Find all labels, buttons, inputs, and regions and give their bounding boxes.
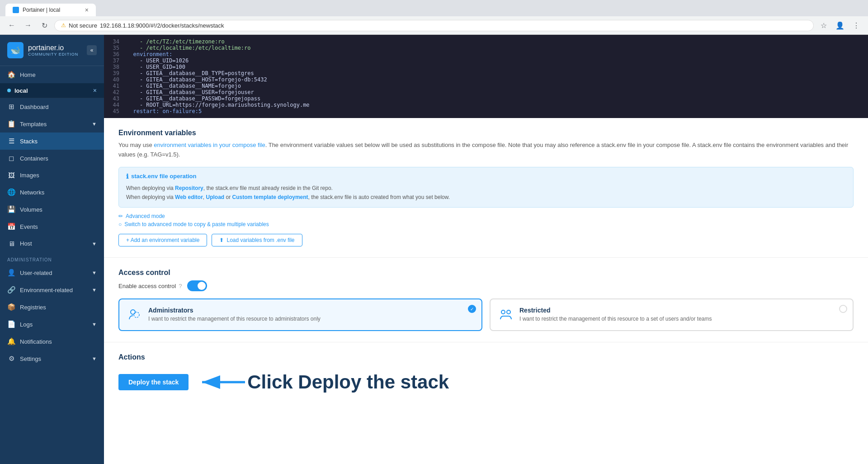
svg-point-2 [134,312,139,317]
env-vars-description: You may use environment variables in you… [118,141,854,160]
sidebar-item-label: Networks [20,189,44,196]
add-env-var-button[interactable]: + Add an environment variable [118,234,207,246]
sidebar-item-host[interactable]: 🖥 Host ▼ [0,235,104,252]
images-icon: 🖼 [7,171,15,179]
sidebar-item-settings[interactable]: ⚙ Settings ▼ [0,350,104,367]
admin-radio[interactable] [468,305,476,313]
close-tab-icon[interactable]: × [85,6,89,14]
address-bar[interactable]: ⚠ Not secure 192.168.1.18:9000/#!/2/dock… [54,20,814,31]
containers-icon: ◻ [7,154,15,162]
sidebar-item-environment-related[interactable]: 🔗 Environment-related ▼ [0,281,104,298]
security-label: Not secure [69,22,97,29]
logs-icon: 📄 [7,320,15,328]
sidebar-item-label: Notifications [20,338,52,345]
security-icon: ⚠ [61,22,66,28]
sidebar-item-dashboard[interactable]: ⊞ Dashboard [0,98,104,115]
access-control-section: Access control Enable access control ? [104,258,868,342]
info-box-title: ℹ stack.env file operation [126,173,846,180]
info-circle-icon: ○ [118,221,122,227]
code-line: 34 - /etc/TZ:/etc/timezone:ro [104,38,868,45]
sidebar-item-label: Dashboard [20,104,49,110]
menu-button[interactable]: ⋮ [850,19,863,32]
env-vars-link[interactable]: environment variables in your compose fi… [154,142,265,148]
arrow-annotation [193,369,247,396]
sidebar-item-label: Environment-related [20,287,73,294]
restricted-card-title: Restricted [519,307,712,314]
notifications-icon: 🔔 [7,337,15,346]
sidebar: 🐋 portainer.io COMMUNITY EDITION « 🏠 Hom… [0,35,104,464]
actions-section: Actions Deploy the stack Click Deploy th… [104,342,868,407]
upload-icon: ⬆ [219,237,224,243]
dashboard-icon: ⊞ [7,103,15,111]
forward-button[interactable]: → [22,19,34,32]
info-icon: ℹ [126,173,128,180]
toggle-row: Enable access control ? [118,280,854,291]
access-card-restricted[interactable]: Restricted I want to restrict the manage… [490,298,854,331]
enable-access-control-toggle[interactable] [187,280,207,291]
edit-icon: ✏ [118,213,123,219]
access-card-administrators[interactable]: Administrators I want to restrict the ma… [118,298,482,331]
sidebar-item-templates[interactable]: 📋 Templates ▼ [0,115,104,133]
sidebar-item-label: Settings [20,355,41,362]
env-name: local [14,87,28,94]
logo-text-block: portainer.io COMMUNITY EDITION [28,44,78,57]
back-button[interactable]: ← [5,19,18,32]
chevron-down-icon: ▼ [92,270,97,275]
advanced-mode-label: Advanced mode [126,213,165,219]
sidebar-logo: 🐋 portainer.io COMMUNITY EDITION « [0,35,104,66]
code-line: 38 - USER_GID=100 [104,64,868,70]
sidebar-item-networks[interactable]: 🌐 Networks [0,184,104,201]
web-editor-bold: Web editor [175,194,203,200]
sidebar-item-notifications[interactable]: 🔔 Notifications [0,333,104,350]
restricted-card-desc: I want to restrict the management of thi… [519,316,712,322]
profile-button[interactable]: 👤 [834,19,846,32]
sidebar-item-images[interactable]: 🖼 Images [0,167,104,184]
user-icon: 👤 [7,269,15,277]
advanced-mode-hint-row: ○ Switch to advanced mode to copy & past… [118,221,854,227]
browser-tab[interactable]: Portainer | local × [5,4,96,16]
info-box-body: When deploying via Repository, the stack… [126,184,846,202]
admin-card-content: Administrators I want to restrict the ma… [148,307,321,322]
sidebar-collapse-button[interactable]: « [87,45,97,55]
sidebar-item-events[interactable]: 📅 Events [0,218,104,235]
sidebar-item-home[interactable]: 🏠 Home [0,66,104,83]
volumes-icon: 💾 [7,205,15,213]
stacks-icon: ☰ [7,137,15,145]
code-line: 45 restart: on-failure:5 [104,108,868,114]
env-close-icon[interactable]: × [93,87,97,94]
code-line: 42 - GITEA__database__USER=forgejouser [104,89,868,95]
bookmark-button[interactable]: ☆ [817,19,830,32]
logo-text: portainer.io [28,44,78,52]
annotation-text: Click Deploy the stack [247,371,449,393]
chevron-down-icon: ▼ [92,356,97,361]
portainer-logo-icon: 🐋 [7,42,24,58]
restricted-card-content: Restricted I want to restrict the manage… [519,307,712,322]
sidebar-item-logs[interactable]: 📄 Logs ▼ [0,316,104,333]
advanced-mode-link[interactable]: ✏ Advanced mode [118,213,854,219]
code-line: 44 - ROOT_URL=https://forgejo.mariushost… [104,102,868,108]
sidebar-item-containers[interactable]: ◻ Containers [0,150,104,167]
templates-icon: 📋 [7,120,15,128]
sidebar-item-user-related[interactable]: 👤 User-related ▼ [0,264,104,281]
sidebar-item-registries[interactable]: 📦 Registries [0,298,104,316]
code-line: 35 - /etc/localtime:/etc/localtime:ro [104,45,868,51]
access-control-cards: Administrators I want to restrict the ma… [118,298,854,331]
deploy-stack-button[interactable]: Deploy the stack [118,374,189,390]
registries-icon: 📦 [7,303,15,311]
sidebar-item-volumes[interactable]: 💾 Volumes [0,201,104,218]
events-icon: 📅 [7,223,15,231]
settings-icon: ⚙ [7,355,15,363]
logo-subtitle: COMMUNITY EDITION [28,52,78,57]
code-editor[interactable]: 34 - /etc/TZ:/etc/timezone:ro 35 - /etc/… [104,35,868,118]
load-env-file-button[interactable]: ⬆ Load variables from .env file [212,234,302,246]
sidebar-item-label: Volumes [20,206,42,213]
upload-bold: Upload [206,194,225,200]
sidebar-item-stacks[interactable]: ☰ Stacks [0,133,104,150]
refresh-button[interactable]: ↻ [38,19,51,32]
toggle-label: Enable access control ? [118,283,182,289]
restricted-radio[interactable] [839,305,847,313]
custom-template-bold: Custom template deployment [232,194,308,200]
code-line: 36 environment: [104,51,868,57]
chevron-down-icon: ▼ [92,287,97,293]
sidebar-env-header: local × [0,83,104,98]
